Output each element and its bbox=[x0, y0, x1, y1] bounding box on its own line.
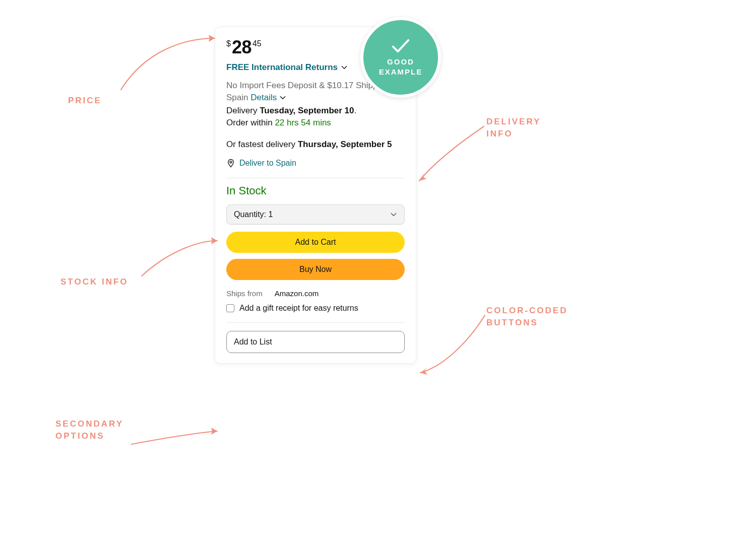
delivery-label: Delivery bbox=[226, 106, 257, 115]
chevron-down-icon bbox=[390, 211, 397, 218]
annotation-delivery: DELIVERY INFO bbox=[486, 116, 541, 140]
fastest-delivery-line: Or fastest delivery Thursday, September … bbox=[226, 138, 405, 151]
add-to-cart-button[interactable]: Add to Cart bbox=[226, 232, 405, 253]
order-countdown: 22 hrs 54 mins bbox=[275, 118, 331, 127]
gift-receipt-checkbox[interactable] bbox=[226, 304, 234, 312]
price-currency: $ bbox=[226, 40, 231, 48]
gift-receipt-label: Add a gift receipt for easy returns bbox=[239, 303, 358, 314]
delivery-date: Tuesday, September 10 bbox=[260, 106, 354, 115]
free-returns-link[interactable]: FREE International Returns bbox=[226, 62, 348, 73]
good-example-badge: GOOD EXAMPLE bbox=[360, 17, 441, 98]
quantity-value: 1 bbox=[268, 210, 273, 219]
ships-from-row: Ships from Amazon.com bbox=[226, 289, 405, 298]
badge-line1: GOOD bbox=[387, 57, 414, 66]
arrow-price bbox=[116, 29, 222, 95]
annotation-secondary: SECONDARY OPTIONS bbox=[55, 418, 123, 442]
chevron-down-icon bbox=[279, 94, 286, 101]
diagram-stage: $ 28 45 FREE International Returns No Im… bbox=[55, 10, 701, 524]
fees-details-link[interactable]: Details bbox=[250, 93, 277, 102]
buy-now-button[interactable]: Buy Now bbox=[226, 259, 405, 280]
deliver-to-label: Deliver to Spain bbox=[239, 159, 296, 168]
gift-receipt-row: Add a gift receipt for easy returns bbox=[226, 303, 405, 314]
free-returns-label: FREE International Returns bbox=[226, 62, 338, 73]
price-cents: 45 bbox=[253, 40, 262, 48]
badge-line2: EXAMPLE bbox=[379, 67, 423, 76]
svg-point-0 bbox=[230, 161, 232, 163]
divider bbox=[226, 178, 405, 178]
arrow-secondary bbox=[129, 423, 224, 453]
chevron-down-icon bbox=[341, 64, 348, 71]
annotation-stock: STOCK INFO bbox=[60, 276, 129, 288]
add-to-list-button[interactable]: Add to List bbox=[226, 331, 405, 353]
deliver-to-link[interactable]: Deliver to Spain bbox=[226, 159, 296, 168]
check-icon bbox=[391, 38, 411, 54]
order-within-label: Order within bbox=[226, 118, 273, 127]
arrow-stock bbox=[139, 231, 224, 281]
quantity-select[interactable]: Quantity: 1 bbox=[226, 204, 405, 225]
location-pin-icon bbox=[226, 159, 235, 168]
delivery-line: Delivery Tuesday, September 10. Order wi… bbox=[226, 105, 405, 129]
divider bbox=[226, 322, 405, 323]
ships-from-value: Amazon.com bbox=[275, 289, 319, 298]
stock-status: In Stock bbox=[226, 184, 405, 197]
badge-text: GOOD EXAMPLE bbox=[379, 57, 423, 78]
annotation-price: PRICE bbox=[68, 95, 102, 107]
fastest-prefix: Or fastest delivery bbox=[226, 140, 295, 149]
quantity-label: Quantity: bbox=[234, 210, 266, 219]
ships-from-label: Ships from bbox=[226, 289, 263, 298]
price-whole: 28 bbox=[232, 38, 251, 56]
fastest-date: Thursday, September 5 bbox=[298, 140, 392, 149]
quantity-text: Quantity: 1 bbox=[234, 210, 273, 219]
annotation-buttons: COLOR-CODED BUTTONS bbox=[486, 305, 568, 329]
